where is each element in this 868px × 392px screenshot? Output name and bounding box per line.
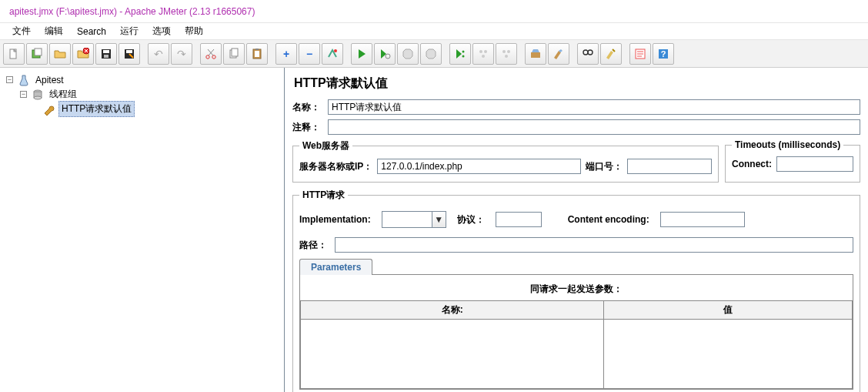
protocol-input[interactable]	[496, 212, 542, 227]
comment-label: 注释：	[292, 121, 323, 134]
panel-title: HTTP请求默认值	[294, 75, 860, 92]
tree-pane[interactable]: − Apitest − 线程组 HTTP请求默认值	[0, 68, 285, 392]
remote-stop-icon[interactable]	[472, 43, 494, 65]
protocol-label: 协议：	[457, 213, 485, 226]
redo-icon[interactable]: ↷	[171, 43, 192, 65]
server-input[interactable]	[377, 159, 581, 174]
save-as-icon[interactable]	[119, 43, 140, 65]
clear-all-icon[interactable]	[548, 43, 569, 65]
tree-toggle-icon[interactable]: −	[6, 76, 13, 83]
function-helper-icon[interactable]	[629, 43, 651, 65]
copy-icon[interactable]	[223, 43, 245, 65]
name-label: 名称：	[292, 101, 323, 114]
expand-icon[interactable]: +	[275, 43, 297, 65]
wrench-icon	[43, 103, 55, 116]
config-pane: HTTP请求默认值 名称： 注释： Web服务器 服务器名称或IP： 端口号： …	[285, 68, 868, 392]
menubar: 文件 编辑 Search 运行 选项 帮助	[0, 23, 868, 40]
timeouts-group: Timeouts (milliseconds) Connect:	[725, 139, 860, 183]
open-icon[interactable]	[49, 43, 71, 65]
svg-point-21	[484, 50, 487, 53]
start-icon[interactable]	[351, 43, 372, 65]
httprequest-legend: HTTP请求	[299, 189, 348, 202]
undo-icon[interactable]: ↶	[148, 43, 169, 65]
cut-icon[interactable]	[200, 43, 222, 65]
toggle-icon[interactable]	[322, 43, 343, 65]
svg-point-10	[212, 55, 215, 58]
titlebar: apitest.jmx (F:\apitest.jmx) - Apache JM…	[0, 0, 868, 23]
svg-rect-6	[104, 55, 108, 58]
separator	[194, 43, 199, 65]
svg-point-27	[583, 50, 588, 55]
svg-rect-26	[531, 52, 540, 58]
save-icon[interactable]	[95, 43, 117, 65]
svg-point-16	[334, 49, 337, 52]
tree-node-httpdefaults[interactable]: HTTP请求默认值	[3, 102, 281, 116]
col-value[interactable]: 值	[604, 301, 853, 320]
stop-icon[interactable]	[397, 43, 419, 65]
menu-help[interactable]: 帮助	[179, 23, 209, 39]
menu-search[interactable]: Search	[71, 25, 112, 39]
svg-point-23	[502, 50, 506, 53]
menu-options[interactable]: 选项	[146, 23, 177, 39]
svg-point-19	[462, 55, 465, 57]
reset-search-icon[interactable]	[600, 43, 622, 65]
toolbar: ↶ ↷ + − ?	[0, 40, 868, 68]
parameters-title: 同请求一起发送参数：	[300, 280, 853, 300]
webserver-group: Web服务器 服务器名称或IP： 端口号：	[292, 139, 719, 183]
chevron-down-icon[interactable]: ▼	[432, 212, 446, 227]
start-no-timers-icon[interactable]	[374, 43, 396, 65]
beaker-icon	[18, 74, 30, 86]
new-icon[interactable]	[3, 43, 25, 65]
connect-input[interactable]	[776, 156, 853, 172]
comment-input[interactable]	[328, 119, 860, 135]
separator	[623, 43, 628, 65]
tree-label-threadgroup: 线程组	[47, 87, 79, 102]
separator	[571, 43, 576, 65]
window-title: apitest.jmx (F:\apitest.jmx) - Apache JM…	[9, 6, 255, 17]
tab-parameters[interactable]: Parameters	[299, 259, 372, 275]
tree-node-threadgroup[interactable]: − 线程组	[3, 87, 281, 102]
httprequest-group: HTTP请求 Implementation: ▼ 协议： Content enc…	[292, 189, 860, 392]
svg-point-20	[479, 50, 482, 53]
encoding-input[interactable]	[660, 212, 745, 227]
table-row[interactable]	[301, 320, 853, 389]
impl-combo[interactable]: ▼	[382, 211, 446, 228]
svg-point-34	[34, 96, 42, 99]
menu-edit[interactable]: 编辑	[38, 23, 69, 39]
svg-point-28	[588, 50, 593, 55]
col-name[interactable]: 名称:	[301, 301, 604, 320]
tree-node-testplan[interactable]: − Apitest	[3, 72, 281, 87]
paste-icon[interactable]	[246, 43, 268, 65]
svg-text:?: ?	[661, 49, 666, 59]
port-label: 端口号：	[586, 160, 623, 173]
svg-point-24	[507, 50, 510, 53]
name-input[interactable]	[328, 99, 860, 115]
path-input[interactable]	[335, 237, 853, 253]
menu-file[interactable]: 文件	[6, 23, 37, 39]
help-icon[interactable]: ?	[653, 43, 674, 65]
svg-point-25	[505, 55, 508, 58]
collapse-icon[interactable]: −	[299, 43, 320, 65]
impl-combo-value[interactable]	[382, 212, 432, 227]
remote-shutdown-icon[interactable]	[496, 43, 517, 65]
svg-point-18	[462, 50, 465, 52]
close-icon[interactable]	[72, 43, 94, 65]
separator	[443, 43, 448, 65]
templates-icon[interactable]	[26, 43, 48, 65]
svg-rect-12	[232, 49, 238, 56]
webserver-legend: Web服务器	[299, 139, 352, 152]
timeouts-legend: Timeouts (milliseconds)	[732, 139, 843, 150]
svg-rect-5	[103, 50, 109, 53]
parameters-table[interactable]: 名称: 值	[300, 300, 853, 389]
tree-toggle-icon[interactable]: −	[20, 91, 27, 98]
port-input[interactable]	[627, 159, 712, 174]
svg-rect-14	[255, 51, 259, 57]
shutdown-icon[interactable]	[420, 43, 442, 65]
search-tree-icon[interactable]	[577, 43, 599, 65]
remote-start-icon[interactable]	[449, 43, 471, 65]
tree-label-testplan: Apitest	[33, 74, 66, 86]
separator	[269, 43, 274, 65]
connect-label: Connect:	[732, 159, 772, 169]
clear-icon[interactable]	[525, 43, 546, 65]
menu-run[interactable]: 运行	[114, 23, 145, 39]
